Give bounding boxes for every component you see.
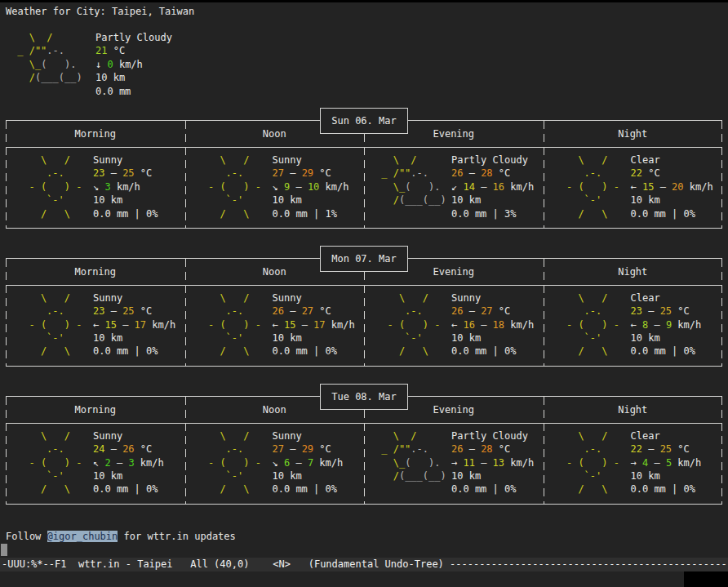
current-info-line: Partly Cloudy	[95, 31, 172, 44]
text-segment: 10 km	[95, 72, 125, 83]
text-segment: –	[284, 443, 302, 455]
text-segment: _ /""	[375, 167, 411, 179]
forecast-info-line: ← 15 – 20 km/h	[631, 180, 713, 193]
text-segment: 28	[481, 167, 492, 179]
text-segment: .-.	[17, 167, 64, 179]
text-segment: (___(__)	[399, 470, 446, 482]
column-divider	[364, 121, 365, 228]
text-segment: \_	[375, 457, 405, 469]
text-segment: /	[375, 470, 399, 482]
forecast-info-line: 10 km	[451, 469, 534, 482]
text-segment: `-'	[375, 332, 423, 344]
text-segment: °C	[107, 45, 125, 56]
text-segment: ←	[273, 319, 284, 331]
text-segment: –	[284, 305, 302, 317]
text-segment: \_	[11, 59, 41, 70]
text-segment: 17	[135, 319, 146, 331]
text-segment: 25	[660, 305, 672, 317]
text-segment: –	[290, 457, 308, 469]
window-bottom-right-corner	[684, 571, 728, 587]
text-segment: 25	[122, 305, 134, 317]
text-segment: 15	[104, 319, 116, 331]
page-title: Weather for City: Taipei, Taiwan	[0, 0, 728, 18]
text-segment: ↘	[273, 181, 284, 193]
text-segment: ←	[451, 319, 463, 331]
forecast-cell-info: Clear23 – 25 °C← 8 – 9 km/h10 km0.0 mm |…	[631, 291, 702, 358]
text-segment: - ( ) -	[17, 319, 82, 331]
column-divider	[6, 259, 7, 366]
forecast-info-line: Sunny	[273, 153, 349, 167]
text-segment: 14	[463, 181, 474, 193]
forecast-cell-morning: \ / .-. - ( ) - `-' / \Sunny24 – 26 °C↖ …	[6, 429, 185, 496]
text-segment: / \	[197, 483, 250, 495]
forecast-info-line: 10 km	[93, 193, 158, 207]
forecast-cell-night: \ / .-. - ( ) - `-' / \Clear23 – 25 °C← …	[544, 291, 723, 358]
text-segment: 2	[104, 457, 110, 469]
forecast-day-table: Tue 08. MarMorningNoonEveningNight \ / .…	[6, 396, 722, 505]
forecast-info-line: 10 km	[631, 469, 702, 482]
text-segment: - ( ) -	[555, 457, 619, 469]
text-segment: / \	[375, 345, 428, 357]
text-segment: /	[375, 194, 399, 206]
forecast-info-line: 0.0 mm | 0%	[93, 207, 158, 220]
text-segment: 28	[481, 443, 492, 455]
text-segment: 24	[93, 443, 104, 455]
current-conditions-info: Partly Cloudy21 °C↓ 0 km/h10 km0.0 mm	[95, 31, 172, 98]
text-segment: 17	[313, 319, 325, 331]
text-segment: .-.	[17, 305, 64, 317]
text-segment: .-.	[197, 167, 244, 179]
text-segment: ↓	[95, 59, 107, 70]
text-segment: \ /	[555, 154, 608, 166]
text-segment: °C	[672, 443, 690, 455]
text-segment: Partly Cloudy	[451, 154, 528, 166]
text-segment: Sunny	[273, 154, 302, 166]
text-segment: –	[104, 305, 122, 317]
text-segment: Clear	[631, 154, 660, 166]
text-segment: 0.0 mm | 0%	[451, 345, 516, 357]
text-segment: 27	[302, 305, 313, 317]
text-segment: –	[642, 443, 660, 455]
text-segment: 10 km	[93, 470, 122, 482]
text-segment: - ( ) -	[17, 181, 82, 193]
forecast-cell-night: \ / .-. - ( ) - `-' / \Clear22 – 25 °C→ …	[544, 429, 723, 496]
text-segment: 16	[463, 319, 474, 331]
text-segment: →	[631, 457, 642, 469]
forecast-info-line: 10 km	[631, 193, 713, 207]
forecast-info-line: 10 km	[451, 331, 534, 345]
twitter-handle-link[interactable]: @igor_chubin	[47, 531, 118, 542]
text-segment: Sunny	[273, 430, 302, 442]
forecast-info-line: Sunny	[93, 429, 164, 442]
text-segment: 3	[128, 457, 134, 469]
text-segment: 27	[273, 167, 284, 179]
weather-art-sunny-icon: \ / .-. - ( ) - `-' / \	[17, 291, 87, 358]
footer-text-suffix: for wttr.in updates	[118, 531, 236, 542]
forecast-info-line: Sunny	[273, 429, 344, 442]
forecast-cell-info: Partly Cloudy26 – 28 °C↙ 14 – 16 km/h10 …	[451, 153, 534, 220]
text-segment: 26	[122, 443, 134, 455]
text-segment: - ( ) -	[555, 181, 619, 193]
current-info-line: 10 km	[95, 71, 172, 84]
date-label: Mon 07. Mar	[320, 246, 408, 272]
weather-art-sunny-icon: \ / .-. - ( ) - `-' / \	[555, 429, 625, 496]
text-segment: (___(__)	[399, 194, 446, 206]
text-segment: 23	[93, 305, 104, 317]
forecast-info-line: 0.0 mm | 1%	[273, 207, 349, 220]
weather-art-partly-cloudy-icon: \ / _ /"".-. \_( ). /(___(__)	[375, 153, 446, 220]
text-segment: \ /	[555, 430, 608, 442]
text-segment: .-.	[411, 443, 428, 455]
text-segment: Partly Cloudy	[451, 430, 528, 442]
current-conditions: \ / _ /"".-. \_( ). /(___(__) Partly Clo…	[0, 31, 728, 98]
text-segment: 18	[493, 319, 504, 331]
text-segment: ↘	[273, 457, 284, 469]
forecast-info-line: 10 km	[93, 469, 164, 482]
text-segment: `-'	[555, 332, 602, 344]
text-segment: 10 km	[631, 332, 660, 344]
text-segment: km/h	[672, 457, 701, 469]
column-divider	[544, 259, 544, 366]
text-segment: –	[463, 305, 481, 317]
text-segment: 16	[493, 181, 504, 193]
forecast-info-line: ↖ 2 – 3 km/h	[93, 456, 164, 469]
text-segment: 11	[463, 457, 474, 469]
text-segment: `-'	[555, 194, 602, 206]
period-header-morning: Morning	[6, 404, 185, 416]
